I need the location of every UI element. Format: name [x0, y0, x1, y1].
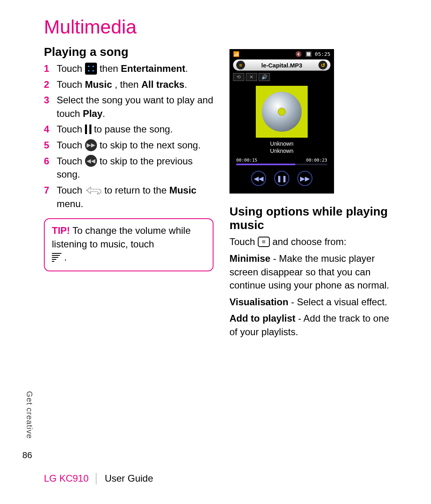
track-title: Unknown [231, 140, 333, 147]
footer: LG KC910 │ User Guide [44, 473, 153, 484]
clock: 05:25 [315, 51, 330, 57]
step-7: Touch to return to the Music menu. [44, 184, 214, 210]
footer-guide: User Guide [105, 473, 153, 484]
prev-track-icon: ◀◀ [85, 155, 97, 167]
step-text: to return to the [104, 185, 169, 196]
option-visualisation-text: - Select a visual effect. [289, 296, 388, 307]
track-artist: Unknown [231, 147, 333, 154]
step-text: Select the song you want to play and tou… [57, 95, 213, 119]
signal-icon: 📶 [233, 51, 239, 57]
step-text: to skip to the next song. [99, 140, 201, 150]
step-text: , then [115, 79, 141, 90]
speaker-icon: 🔊 [259, 73, 270, 81]
section2-body: Touch ≡ and choose from: Minimise - Make… [229, 235, 399, 338]
step-2: Touch Music , then All tracks. [44, 78, 214, 91]
tip-box: TIP! To change the volume while listenin… [44, 218, 214, 271]
tip-text: To change the volume while listening to … [52, 225, 191, 249]
progress-bar [236, 164, 327, 165]
repeat-icon: ⟲ [233, 73, 244, 81]
step-text: to pause the song. [94, 124, 172, 134]
player-body: Unknown Unknown 00:00:15 00:00:23 ◀◀ ❚❚ … [231, 82, 333, 192]
footer-separator: │ [94, 473, 100, 484]
forward-button: ▶▶ [297, 171, 312, 186]
time-elapsed: 00:00:15 [236, 158, 257, 163]
mute-icon: 🔇 [295, 51, 302, 57]
step-text: Touch [57, 140, 85, 150]
chapter-title: Multimedia [44, 16, 399, 38]
step-text: . [103, 108, 105, 119]
side-tab: Get creative [25, 391, 34, 439]
step-text: . [184, 79, 187, 90]
disc-icon [262, 92, 302, 132]
footer-model: LG KC910 [44, 473, 89, 484]
tip-text: . [61, 252, 67, 263]
section-playing-song: Playing a song [44, 45, 214, 59]
album-art [256, 86, 308, 138]
step-bold: All tracks [141, 79, 184, 90]
step-text: Touch [57, 79, 85, 90]
step-text: Touch [57, 185, 85, 196]
body-text: Touch [229, 236, 258, 247]
shuffle-icon: ✕ [246, 73, 257, 81]
step-bold: Music [85, 79, 112, 90]
section-using-options: Using options while playing music [229, 205, 399, 232]
list-icon: ≡ [236, 61, 245, 69]
player-toolbar: ⟲ ✕ 🔊 [231, 72, 333, 82]
phone-screenshot: 📶 🔇 🔲 05:25 ≡ le-Capital.MP3 ↺ ⟲ ✕ 🔊 [229, 49, 334, 194]
now-playing-bar: ≡ le-Capital.MP3 ↺ [233, 59, 330, 71]
battery-icon: 🔲 [305, 51, 312, 57]
step-1: Touch then Entertainment. [44, 62, 214, 75]
step-text: then [99, 63, 121, 74]
refresh-icon: ↺ [318, 61, 327, 69]
time-total: 00:00:23 [306, 158, 327, 163]
menu-icon: ≡ [258, 237, 270, 247]
body-text: and choose from: [272, 236, 346, 247]
step-text: Touch [57, 156, 85, 166]
step-text: Touch [57, 63, 85, 74]
pause-icon [85, 125, 91, 134]
option-visualisation-label: Visualisation [229, 296, 289, 307]
option-add-playlist-label: Add to playlist [229, 313, 295, 324]
option-minimise-label: Minimise [229, 253, 271, 264]
tip-label: TIP! [52, 225, 70, 236]
rewind-button: ◀◀ [251, 171, 266, 186]
page-number: 86 [22, 450, 32, 461]
steps-list: Touch then Entertainment. Touch Music , … [44, 62, 214, 210]
apps-grid-icon [85, 63, 97, 75]
step-3: Select the song you want to play and tou… [44, 93, 214, 120]
step-text: Touch [57, 124, 85, 134]
step-bold: Play [83, 108, 102, 119]
back-icon [85, 185, 102, 196]
step-5: Touch ▶▶ to skip to the next song. [44, 138, 214, 152]
pause-button: ❚❚ [274, 171, 289, 186]
step-text: menu. [57, 198, 83, 209]
volume-icon [52, 253, 61, 262]
step-4: Touch to pause the song. [44, 123, 214, 136]
step-6: Touch ◀◀ to skip to the previous song. [44, 154, 214, 181]
phone-status-bar: 📶 🔇 🔲 05:25 [231, 50, 333, 58]
step-text: . [185, 63, 188, 74]
next-track-icon: ▶▶ [85, 139, 97, 151]
track-filename: le-Capital.MP3 [247, 62, 316, 69]
step-bold: Entertainment [121, 63, 185, 74]
step-bold: Music [169, 185, 196, 196]
